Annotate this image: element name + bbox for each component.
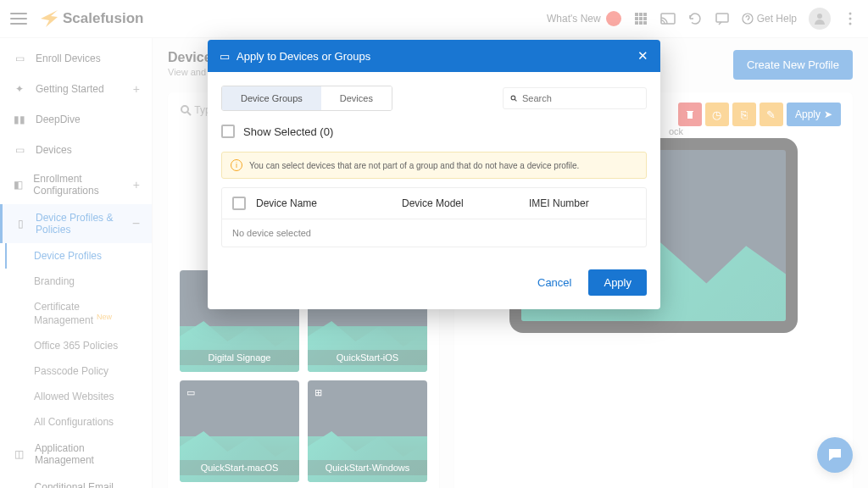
- modal-title: Apply to Devices or Groups: [236, 50, 370, 63]
- apply-modal: ▭ Apply to Devices or Groups ✕ Device Gr…: [208, 40, 660, 309]
- tab-devices[interactable]: Devices: [321, 86, 392, 110]
- device-table: Device Name Device Model IMEI Number No …: [221, 187, 647, 247]
- cancel-button[interactable]: Cancel: [529, 269, 580, 296]
- tab-device-groups[interactable]: Device Groups: [222, 86, 321, 110]
- empty-state: No device selected: [222, 219, 646, 247]
- modal-footer: Cancel Apply: [208, 261, 660, 309]
- info-icon: i: [231, 159, 242, 171]
- search-icon: [510, 92, 517, 104]
- apply-button[interactable]: Apply: [588, 269, 647, 296]
- modal-search-input[interactable]: [522, 93, 639, 103]
- modal-tabs: Device Groups Devices: [221, 86, 392, 111]
- modal-search[interactable]: [503, 87, 647, 109]
- table-header: Device Name Device Model IMEI Number: [222, 188, 646, 219]
- modal-header: ▭ Apply to Devices or Groups ✕: [208, 40, 660, 72]
- checkbox-icon[interactable]: [232, 197, 246, 210]
- info-banner: i You can select devices that are not pa…: [221, 152, 647, 179]
- close-icon[interactable]: ✕: [637, 48, 648, 64]
- modal-body: Device Groups Devices Show Selected (0) …: [208, 72, 660, 261]
- checkbox-icon[interactable]: [221, 125, 235, 138]
- show-selected[interactable]: Show Selected (0): [221, 125, 647, 138]
- svg-point-17: [511, 96, 515, 100]
- devices-icon: ▭: [220, 50, 230, 63]
